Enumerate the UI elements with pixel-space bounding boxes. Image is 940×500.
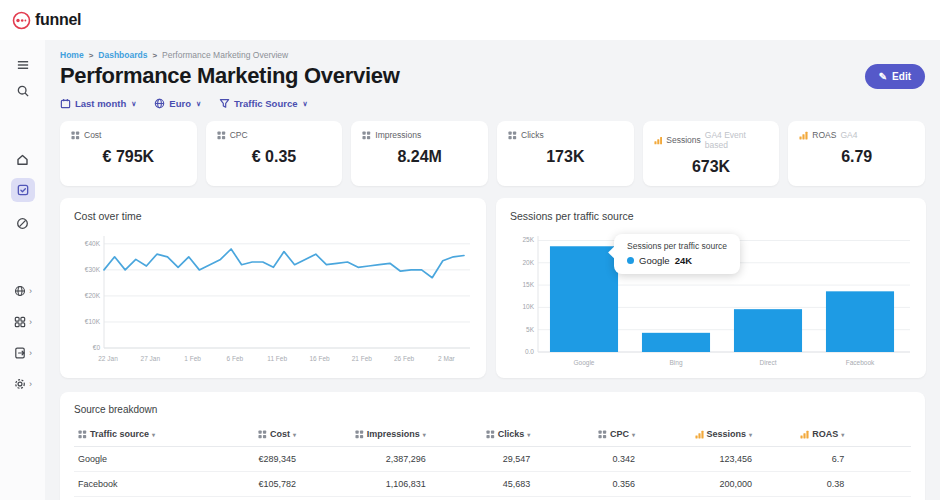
reports-icon[interactable]: › bbox=[8, 340, 38, 366]
kpi-label: ROAS bbox=[812, 130, 836, 140]
kpi-row: Cost € 795K CPC € 0.35 Impressions 8.24M bbox=[60, 121, 925, 186]
svg-text:€20K: €20K bbox=[85, 292, 101, 299]
filter-currency[interactable]: Euro ∨ bbox=[154, 98, 201, 109]
table-row-facebook: Facebook €105,782 1,106,831 45,683 0.356… bbox=[74, 471, 911, 496]
column-header-sessions[interactable]: Sessions▾ bbox=[639, 424, 756, 446]
series-dot-icon bbox=[627, 257, 634, 264]
svg-text:€0: €0 bbox=[93, 344, 101, 351]
kpi-value: 6.79 bbox=[799, 148, 914, 166]
column-label: Sessions bbox=[707, 429, 747, 439]
search-icon[interactable] bbox=[8, 78, 38, 104]
edit-button-label: Edit bbox=[892, 71, 911, 82]
calendar-icon bbox=[60, 98, 71, 109]
edit-button[interactable]: ✎ Edit bbox=[865, 64, 925, 89]
filter-traffic-source-label: Traffic Source bbox=[234, 98, 297, 109]
tooltip-title: Sessions per traffic source bbox=[627, 241, 727, 251]
chevron-down-icon: ∨ bbox=[196, 100, 201, 108]
svg-text:6 Feb: 6 Feb bbox=[227, 355, 244, 362]
table-row-google: Google €289,345 2,387,296 29,547 0.342 1… bbox=[74, 446, 911, 471]
svg-text:22 Jan: 22 Jan bbox=[98, 355, 118, 362]
metric-grid-icon bbox=[362, 131, 371, 140]
breadcrumb-separator: > bbox=[89, 51, 94, 60]
column-header-clicks[interactable]: Clicks▾ bbox=[430, 424, 535, 446]
metric-bars-icon bbox=[799, 131, 808, 140]
cell-impressions: 1,106,831 bbox=[300, 471, 430, 496]
cell-cpc: 0.356 bbox=[534, 471, 639, 496]
filter-bar: Last month ∨ Euro ∨ Traffic Source ∨ bbox=[60, 98, 925, 109]
svg-text:26 Feb: 26 Feb bbox=[394, 355, 415, 362]
svg-text:16 Feb: 16 Feb bbox=[309, 355, 330, 362]
kpi-sublabel: GA4 Event based bbox=[705, 130, 769, 150]
cell-impressions: 2,387,296 bbox=[300, 446, 430, 471]
svg-text:1 Feb: 1 Feb bbox=[184, 355, 201, 362]
source-breakdown-card: Source breakdown Traffic source▾ Cost▾ bbox=[60, 392, 925, 500]
column-header-cpc[interactable]: CPC▾ bbox=[534, 424, 639, 446]
menu-icon[interactable] bbox=[8, 52, 38, 78]
sort-caret-icon: ▾ bbox=[152, 431, 155, 438]
filter-traffic-source[interactable]: Traffic Source ∨ bbox=[219, 98, 307, 109]
svg-text:11 Feb: 11 Feb bbox=[267, 355, 287, 362]
explore-icon[interactable] bbox=[8, 210, 38, 236]
column-header-traffic-source[interactable]: Traffic source▾ bbox=[74, 424, 191, 446]
kpi-card-cost: Cost € 795K bbox=[60, 121, 197, 186]
sort-caret-icon: ▾ bbox=[423, 431, 426, 438]
chevron-right-icon: › bbox=[29, 380, 32, 389]
column-header-roas[interactable]: ROAS▾ bbox=[756, 424, 848, 446]
cell-spacer bbox=[848, 471, 911, 496]
svg-text:Direct: Direct bbox=[760, 359, 777, 366]
kpi-card-cpc: CPC € 0.35 bbox=[206, 121, 343, 186]
kpi-label: Clicks bbox=[521, 130, 544, 140]
chevron-right-icon: › bbox=[29, 318, 32, 327]
column-label: ROAS bbox=[812, 429, 838, 439]
svg-text:Facebook: Facebook bbox=[846, 359, 875, 366]
breadcrumb: Home > Dashboards > Performance Marketin… bbox=[60, 50, 925, 60]
sort-caret-icon: ▾ bbox=[632, 431, 635, 438]
kpi-value: 673K bbox=[654, 158, 769, 176]
settings-icon[interactable]: › bbox=[8, 371, 38, 397]
page-title: Performance Marketing Overview bbox=[60, 63, 399, 89]
svg-text:15K: 15K bbox=[522, 281, 534, 288]
column-label: Clicks bbox=[498, 429, 525, 439]
sort-caret-icon: ▾ bbox=[749, 431, 752, 438]
chevron-down-icon: ∨ bbox=[131, 100, 136, 108]
breadcrumb-dashboards[interactable]: Dashboards bbox=[98, 50, 147, 60]
cost-over-time-card: Cost over time €40K€30K€20K€10K€022 Jan2… bbox=[60, 198, 486, 378]
svg-text:20K: 20K bbox=[522, 259, 534, 266]
data-sources-icon[interactable]: › bbox=[8, 278, 38, 304]
svg-text:2 Mar: 2 Mar bbox=[438, 355, 455, 362]
sidebar: › › › › bbox=[0, 40, 45, 500]
chart-title: Sessions per traffic source bbox=[510, 210, 912, 222]
table-header-row: Traffic source▾ Cost▾ Impressions▾ Click… bbox=[74, 424, 911, 446]
cell-clicks: 45,683 bbox=[430, 471, 535, 496]
breadcrumb-current: Performance Marketing Overview bbox=[162, 50, 288, 60]
metric-grid-icon bbox=[355, 430, 364, 439]
cost-over-time-chart: €40K€30K€20K€10K€022 Jan27 Jan1 Feb6 Feb… bbox=[74, 228, 472, 370]
column-header-impressions[interactable]: Impressions▾ bbox=[300, 424, 430, 446]
apps-icon[interactable]: › bbox=[8, 309, 38, 335]
cell-roas: 0.38 bbox=[756, 471, 848, 496]
kpi-card-impressions: Impressions 8.24M bbox=[351, 121, 488, 186]
filter-date-range[interactable]: Last month ∨ bbox=[60, 98, 136, 109]
breadcrumb-separator: > bbox=[152, 51, 157, 60]
column-label: Impressions bbox=[367, 429, 420, 439]
top-bar: funnel bbox=[0, 0, 940, 40]
cell-spacer bbox=[848, 446, 911, 471]
column-header-spacer bbox=[848, 424, 911, 446]
dashboards-icon[interactable] bbox=[11, 178, 35, 202]
kpi-label: Impressions bbox=[375, 130, 421, 140]
brand-name: funnel bbox=[35, 11, 81, 29]
funnel-filter-icon bbox=[219, 98, 230, 109]
breadcrumb-home[interactable]: Home bbox=[60, 50, 84, 60]
filter-currency-label: Euro bbox=[169, 98, 191, 109]
cell-sessions: 200,000 bbox=[639, 471, 756, 496]
svg-text:Bing: Bing bbox=[669, 359, 682, 367]
kpi-card-clicks: Clicks 173K bbox=[497, 121, 634, 186]
metric-grid-icon bbox=[258, 430, 267, 439]
kpi-value: € 0.35 bbox=[217, 148, 332, 166]
home-icon[interactable] bbox=[8, 146, 38, 172]
metric-bars-icon bbox=[695, 430, 704, 439]
funnel-logo[interactable]: funnel bbox=[12, 11, 81, 30]
column-header-cost[interactable]: Cost▾ bbox=[191, 424, 300, 446]
chevron-down-icon: ∨ bbox=[302, 100, 307, 108]
kpi-value: 173K bbox=[508, 148, 623, 166]
